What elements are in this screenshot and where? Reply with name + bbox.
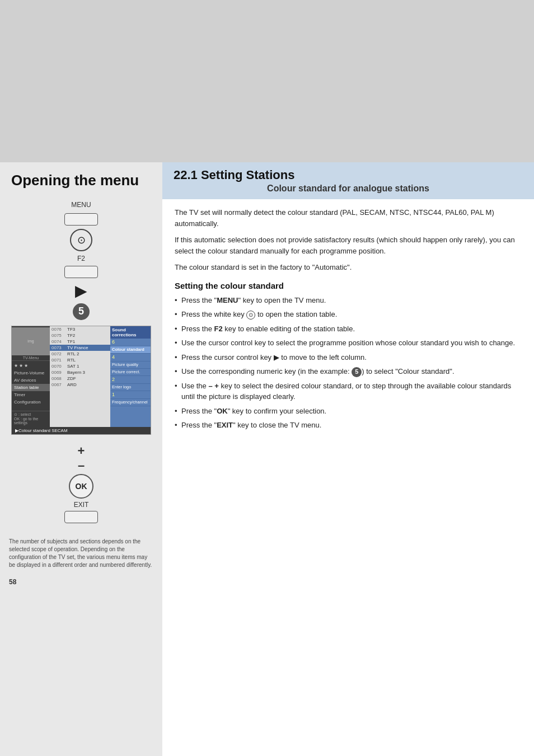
main-content: Opening the menu MENU ⊙ F2 ▶ 5: [0, 162, 534, 756]
tv-right-item-colour: Colour standard: [110, 346, 151, 354]
f2-button[interactable]: [64, 266, 98, 278]
tv-channels: 0076TF3 0075TF2 0074TF1 0073TV France 00…: [50, 326, 110, 427]
bullet-5: Press the cursor control key ▶ to move t…: [175, 352, 522, 363]
tv-right-item-picture-quality: Picture quality: [110, 361, 151, 369]
channel-row-4: 0072RTL 2: [50, 351, 110, 357]
tv-sidebar-hints: ⊙ : select OK : go to the settings: [12, 411, 50, 426]
hint-ok: OK : go to the settings: [14, 417, 48, 425]
plus-symbol: +: [78, 445, 85, 457]
top-gray-area: [0, 0, 534, 162]
bullet-6: Use the corresponding numeric key (in th…: [175, 366, 522, 377]
paragraph-3: The colour standard is set in the factor…: [175, 262, 522, 273]
subsection-title: Colour standard for analogue stations: [174, 184, 523, 194]
tv-sidebar-item-picture: Picture-Volume: [12, 369, 50, 377]
channel-row-3: 0073TV France: [50, 345, 110, 351]
bullet-list: Press the "MENU" key to open the TV menu…: [175, 295, 522, 431]
tv-right-item-freq: Frequency/channel: [110, 399, 151, 406]
tv-image-area: img: [12, 327, 50, 355]
channel-row-9: 0067ARD: [50, 382, 110, 388]
tv-sidebar-item-config: Configuration: [12, 398, 50, 406]
white-key-icon[interactable]: ⊙: [70, 229, 92, 251]
bullet-2: Press the white key ⊙ to open the statio…: [175, 309, 522, 320]
tv-right-menu: Sound corrections 6 Colour standard 4 Pi…: [110, 326, 151, 427]
bullet-9: Press the "EXIT" key to close the TV men…: [175, 420, 522, 431]
exit-button[interactable]: [64, 511, 98, 523]
bullet-8: Press the "OK" key to confirm your selec…: [175, 406, 522, 417]
bullet-4: Use the cursor control key to select the…: [175, 337, 522, 349]
channel-row-6: 0070SAT 1: [50, 363, 110, 369]
paragraph-2: If this automatic selection does not pro…: [175, 234, 522, 256]
left-column: Opening the menu MENU ⊙ F2 ▶ 5: [0, 162, 162, 756]
bullet-1: Press the "MENU" key to open the TV menu…: [175, 295, 522, 306]
page-wrapper: Opening the menu MENU ⊙ F2 ▶ 5: [0, 0, 534, 756]
tv-channel-list: 0076TF3 0075TF2 0074TF1 0073TV France 00…: [50, 326, 110, 427]
play-arrow-icon: ▶: [75, 281, 87, 300]
bullet-7: Use the – + key to select the desired co…: [175, 381, 522, 402]
paragraph-1: The TV set will normally detect the colo…: [175, 207, 522, 229]
tv-sidebar-item-stars: ★ ★ ★: [12, 362, 50, 369]
channel-row-2: 0074TF1: [50, 339, 110, 345]
f2-label: F2: [77, 255, 85, 262]
hint-select: ⊙ : select: [14, 412, 48, 417]
tv-sidebar-title: TV-Menu: [12, 355, 50, 361]
right-column: 22.1 Setting Stations Colour standard fo…: [162, 162, 534, 756]
exit-label: EXIT: [74, 501, 89, 509]
tv-right-item-2-num: 2: [110, 376, 151, 384]
tv-right-item-picture-correct: Picture correct.: [110, 369, 151, 376]
tv-bottom-text: ▶Colour standard SECAM: [15, 428, 68, 433]
section-number: 22.1 Setting Stations: [174, 168, 523, 182]
channel-row-5: 0071RTL: [50, 357, 110, 363]
channel-row-1: 0075TF2: [50, 332, 110, 339]
tv-right-header: Sound corrections: [110, 326, 151, 339]
footnote: The number of subjects and sections depe…: [0, 533, 162, 576]
page-number: 58: [0, 576, 162, 588]
ok-button[interactable]: OK: [69, 474, 93, 499]
menu-button[interactable]: [64, 213, 98, 226]
tv-menu-inner: img TV-Menu ★ ★ ★ Picture-Volume AV devi…: [12, 326, 151, 427]
tv-right-item-4-num: 4: [110, 354, 151, 361]
menu-label: MENU: [71, 201, 91, 209]
tv-sidebar-item-station: Station table: [12, 384, 50, 391]
left-heading: Opening the menu: [11, 172, 151, 189]
setting-heading: Setting the colour standard: [175, 281, 522, 290]
left-body: MENU ⊙ F2 ▶ 5 img TV-Menu: [0, 195, 162, 533]
number-badge-inline: 5: [352, 367, 362, 377]
tv-sidebar-item-timer: Timer: [12, 391, 50, 398]
white-key-inline-icon: ⊙: [246, 311, 255, 320]
minus-symbol: –: [78, 459, 85, 472]
right-header: 22.1 Setting Stations Colour standard fo…: [162, 162, 534, 199]
left-header: Opening the menu: [0, 162, 162, 195]
channel-row-8: 0068ZDF: [50, 375, 110, 382]
tv-sidebar-item-av: AV devices: [12, 377, 50, 384]
controls-area: + – OK EXIT: [59, 440, 104, 528]
ok-label: OK: [76, 482, 87, 491]
right-body: The TV set will normally detect the colo…: [162, 199, 534, 442]
number-badge-5: 5: [73, 303, 90, 320]
tv-sidebar: img TV-Menu ★ ★ ★ Picture-Volume AV devi…: [12, 326, 50, 427]
tv-right-item-1-num: 1: [110, 391, 151, 399]
channel-row-7: 0069Bayern 3: [50, 369, 110, 375]
channel-row-0: 0076TF3: [50, 326, 110, 332]
bullet-3: Press the F2 key to enable editing of th…: [175, 323, 522, 335]
tv-bottom-bar: ▶Colour standard SECAM: [12, 427, 151, 434]
tv-right-item-logo: Enter logo: [110, 384, 151, 391]
tv-menu-screenshot: img TV-Menu ★ ★ ★ Picture-Volume AV devi…: [11, 326, 151, 435]
tv-right-item-0-num: 6: [110, 339, 151, 346]
